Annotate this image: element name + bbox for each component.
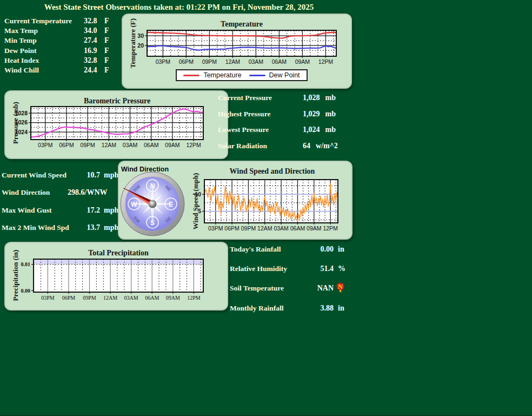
stat-unit: F xyxy=(104,47,109,55)
pressure-stats: Current Pressure 1,028 mb Highest Pressu… xyxy=(218,93,338,156)
svg-text:03AM: 03AM xyxy=(124,295,138,301)
stat-value: 1,028 xyxy=(303,94,320,102)
stat-row: Min Temp 27.4 F xyxy=(4,36,109,46)
stat-unit: % xyxy=(338,265,345,273)
svg-text:03AM: 03AM xyxy=(274,225,288,232)
stat-row: Today's Rainfall 0.00 in xyxy=(230,243,345,263)
stat-unit: mb xyxy=(325,110,336,118)
cardinal-n: N xyxy=(150,182,155,190)
svg-text:09AM: 09AM xyxy=(307,225,321,232)
stat-row: Wind Direction 298.6/WNW xyxy=(2,186,118,203)
stat-row: Soil Temperature NAN N xyxy=(230,282,345,302)
stat-value: 3.88 xyxy=(311,304,334,313)
stat-label: Max Wind Gust xyxy=(2,206,68,215)
stat-value: 298.6/WNW xyxy=(68,188,108,197)
stat-unit: in xyxy=(338,304,344,313)
stat-label: Dew Point xyxy=(4,47,84,55)
svg-text:1026: 1026 xyxy=(15,119,28,126)
svg-text:06AM: 06AM xyxy=(145,295,159,301)
stat-row: Dew Point 16.9 F xyxy=(4,47,109,56)
stat-row: Monthly Rainfall 3.88 in xyxy=(230,302,345,322)
stat-value: 16.9 xyxy=(84,47,104,55)
stat-unit: mb xyxy=(325,126,336,134)
cardinal-s: S xyxy=(150,219,155,227)
stat-label: Current Wind Speed xyxy=(2,171,68,180)
svg-text:10: 10 xyxy=(195,191,201,197)
stat-row: Max 2 Min Wind Spd 13.7 mph xyxy=(2,221,118,239)
svg-text:06AM: 06AM xyxy=(272,58,287,65)
stat-value: 24.4 xyxy=(84,66,104,75)
stat-label: Monthly Rainfall xyxy=(230,304,311,313)
svg-text:30: 30 xyxy=(137,32,144,39)
stat-row: Lowest Pressure 1,024 mb xyxy=(218,124,338,141)
stat-value: 51.4 xyxy=(311,265,334,273)
dew-point-line-sample xyxy=(249,75,265,76)
svg-text:12PM: 12PM xyxy=(318,58,333,65)
wind-panel: Wind Direction xyxy=(118,161,353,240)
svg-text:0.00: 0.00 xyxy=(21,288,31,294)
stat-value: 32.8 xyxy=(84,17,104,25)
svg-text:09AM: 09AM xyxy=(295,58,310,65)
svg-text:03AM: 03AM xyxy=(249,58,263,65)
stat-label: Soil Temperature xyxy=(230,284,311,293)
stat-value: 0.00 xyxy=(311,245,334,254)
svg-text:03PM: 03PM xyxy=(41,295,55,301)
svg-text:5: 5 xyxy=(198,208,201,214)
svg-text:12PM: 12PM xyxy=(323,225,337,232)
stat-unit: mb xyxy=(325,94,336,102)
svg-text:06PM: 06PM xyxy=(62,295,76,301)
stat-unit: mph xyxy=(104,171,118,180)
stat-unit: F xyxy=(104,27,109,35)
legend-box: Temperature Dew Point xyxy=(176,69,307,81)
stat-label: Max Temp xyxy=(4,27,84,35)
stat-label: Current Temperature xyxy=(4,17,84,25)
stat-value: 1,029 xyxy=(303,110,320,118)
temperature-chart: 03PM06PM09PM12AM03AM06AM09AM12PM2030 xyxy=(132,27,343,69)
cardinal-w: W xyxy=(131,201,137,208)
svg-text:06PM: 06PM xyxy=(179,58,194,65)
stat-label: Max 2 Min Wind Spd xyxy=(2,223,68,232)
stat-row: Relative Humidity 51.4 % xyxy=(230,263,345,282)
svg-text:03PM: 03PM xyxy=(156,58,170,65)
stat-row: Current Wind Speed 10.7 mph xyxy=(2,169,118,186)
stat-label: Heat Index xyxy=(4,56,84,65)
svg-text:N: N xyxy=(338,283,343,290)
stat-row: Max Wind Gust 17.2 mph xyxy=(2,204,118,221)
svg-text:12AM: 12AM xyxy=(257,225,272,232)
svg-text:09PM: 09PM xyxy=(241,225,256,232)
svg-text:09PM: 09PM xyxy=(83,295,96,301)
stat-unit: F xyxy=(104,17,109,25)
stat-value: 10.7 xyxy=(68,171,100,180)
svg-text:12AM: 12AM xyxy=(102,142,116,148)
svg-text:09PM: 09PM xyxy=(202,58,217,65)
stat-row: Max Temp 34.0 F xyxy=(4,27,109,36)
stat-row: Current Pressure 1,028 mb xyxy=(218,93,338,109)
svg-text:09AM: 09AM xyxy=(165,142,179,148)
svg-text:03PM: 03PM xyxy=(38,142,52,148)
stat-value: 17.2 xyxy=(68,206,100,215)
stat-label: Lowest Pressure xyxy=(218,126,303,134)
temperature-legend: Temperature Dew Point xyxy=(147,69,336,81)
precipitation-stats: Today's Rainfall 0.00 in Relative Humidi… xyxy=(230,243,345,322)
svg-text:03AM: 03AM xyxy=(123,142,137,148)
legend-label: Dew Point xyxy=(269,71,300,79)
svg-text:20: 20 xyxy=(137,42,144,49)
legend-label: Temperature xyxy=(203,71,241,79)
stat-unit: F xyxy=(104,56,109,65)
stat-label: Min Temp xyxy=(4,36,84,45)
stat-unit: in xyxy=(338,245,344,254)
stat-label: Relative Humidity xyxy=(230,265,311,273)
svg-text:06PM: 06PM xyxy=(59,142,74,148)
svg-text:0.01: 0.01 xyxy=(21,261,31,267)
stat-unit: mph xyxy=(104,206,118,215)
svg-text:09PM: 09PM xyxy=(80,142,95,148)
weather-dashboard: West State Street Observations taken at:… xyxy=(0,0,532,416)
legend-item-temperature: Temperature xyxy=(183,71,241,79)
stat-unit: F xyxy=(104,36,109,45)
svg-text:12PM: 12PM xyxy=(186,142,201,148)
precipitation-chart: 03PM06PM09PM12AM03AM06AM09AM12PM0.010.00 xyxy=(12,254,217,303)
stat-value: 34.0 xyxy=(84,27,104,35)
svg-text:12AM: 12AM xyxy=(225,58,240,65)
stat-value: 27.4 xyxy=(84,36,104,45)
stat-value: 1,024 xyxy=(303,126,320,134)
